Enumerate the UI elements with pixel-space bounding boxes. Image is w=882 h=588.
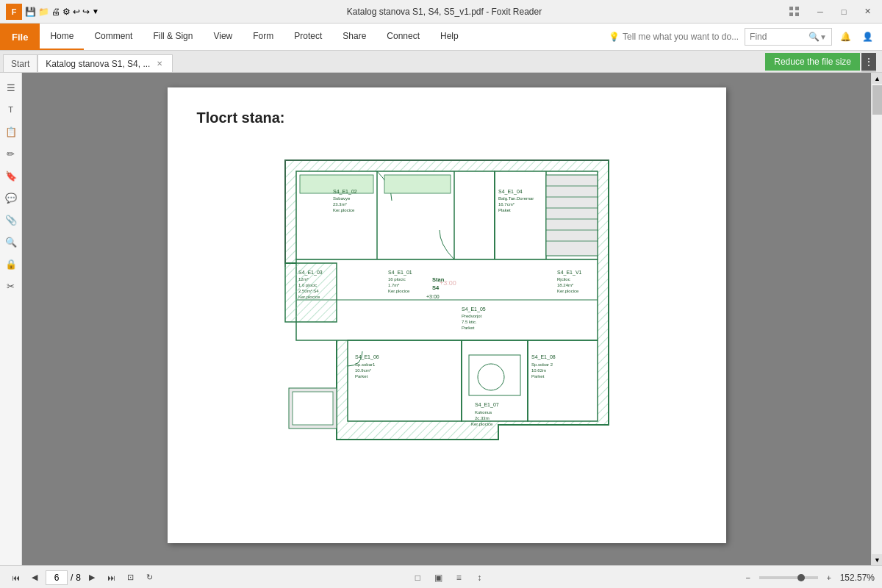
svg-text:1.7m²: 1.7m² [388, 283, 399, 287]
floor-plan-svg: S4_E1_02 Sobavye 23.3m² Ker.plocice S4_E… [241, 138, 653, 454]
more-options-button[interactable]: ⋮ [861, 53, 876, 71]
svg-text:Parket: Parket [355, 374, 368, 379]
tab-close-icon[interactable]: ✕ [154, 59, 165, 69]
tab-form[interactable]: Form [243, 24, 284, 50]
prev-page-button[interactable]: ◀ [26, 570, 43, 586]
view-controls: □ ▣ ≡ ↕ [409, 570, 487, 586]
user-icon[interactable]: 👤 [858, 28, 876, 46]
tab-comment[interactable]: Comment [84, 24, 143, 50]
sidebar-search-icon[interactable]: 🔍 [2, 233, 20, 251]
sidebar-edit-icon[interactable]: T [2, 101, 20, 118]
svg-text:Ker.plocice: Ker.plocice [557, 289, 579, 293]
tab-doc-label: Katalog stanova S1, S4, ... [46, 59, 150, 69]
svg-text:Balg.Tan.Doremar: Balg.Tan.Doremar [498, 196, 534, 201]
lightbulb-icon: 💡 [609, 32, 620, 42]
notification-icon[interactable]: 🔔 [836, 28, 854, 46]
titlebar-left-icons: F 💾 📁 🖨 ⚙ ↩ ↪ ▼ [6, 4, 99, 20]
svg-rect-27 [384, 175, 451, 193]
quick-access-toolbar[interactable]: 💾 📁 🖨 ⚙ ↩ ↪ ▼ [25, 7, 99, 17]
tab-start[interactable]: Start [3, 54, 37, 72]
tell-me-input[interactable] [623, 32, 740, 42]
sidebar-comment-icon[interactable]: 💬 [2, 189, 20, 207]
svg-rect-19 [546, 175, 598, 256]
undo-icon[interactable]: ↩ [73, 7, 80, 17]
find-options-icon[interactable]: ▼ [820, 33, 827, 41]
sidebar-lock-icon[interactable]: 🔒 [2, 255, 20, 273]
sidebar-nav-icon[interactable]: ☰ [2, 79, 20, 96]
pdf-content-area[interactable]: Tlocrt stana: [22, 73, 871, 565]
reduce-file-size-button[interactable]: Reduce the file size [765, 53, 860, 71]
zoom-in-button[interactable]: + [821, 570, 837, 586]
last-page-button[interactable]: ⏭ [103, 570, 119, 586]
open-icon[interactable]: 📁 [38, 7, 49, 17]
sidebar-sign-icon[interactable]: ✂ [2, 277, 20, 295]
svg-text:23.3m²: 23.3m² [333, 202, 347, 207]
tabbar: Start Katalog stanova S1, S4, ... ✕ ▼ Re… [0, 51, 882, 73]
redo-icon[interactable]: ↪ [82, 7, 90, 17]
rotate-button[interactable]: ↻ [141, 570, 157, 586]
cursor-icon[interactable]: ↕ [471, 570, 487, 586]
scroll-icon[interactable]: ≡ [451, 570, 467, 586]
window-controls[interactable]: ─ □ ✕ [789, 4, 876, 19]
scroll-up-button[interactable]: ▲ [872, 73, 882, 84]
svg-rect-17 [469, 355, 520, 395]
maximize-button[interactable]: □ [835, 4, 853, 19]
svg-text:Sobavye: Sobavye [333, 196, 351, 201]
sidebar-annotation-icon[interactable]: ✏ [2, 145, 20, 162]
scroll-track[interactable] [872, 84, 882, 554]
page-number-input[interactable] [46, 570, 68, 585]
next-page-button[interactable]: ▶ [84, 570, 100, 586]
svg-text:S4_E1_08: S4_E1_08 [531, 354, 556, 360]
fit-page-button[interactable]: ⊡ [122, 570, 138, 586]
svg-text:10.9cm²: 10.9cm² [355, 368, 371, 373]
zoom-out-button[interactable]: − [740, 570, 756, 586]
find-box[interactable]: 🔍 ▼ [745, 28, 832, 46]
sidebar-clipboard-icon[interactable]: 📋 [2, 123, 20, 140]
svg-text:Parket: Parket [462, 326, 475, 330]
tab-file[interactable]: File [0, 24, 40, 50]
svg-text:2c.33m: 2c.33m [475, 416, 490, 420]
tab-fill-sign[interactable]: Fill & Sign [143, 24, 203, 50]
svg-text:S4_E1_02: S4_E1_02 [333, 189, 357, 195]
sidebar-attachment-icon[interactable]: 📎 [2, 211, 20, 229]
svg-text:16.7cm²: 16.7cm² [498, 202, 514, 207]
two-page-icon[interactable]: ▣ [430, 570, 446, 586]
search-icon[interactable]: 🔍 [808, 32, 820, 42]
svg-text:S4_E1_05: S4_E1_05 [462, 306, 486, 312]
scroll-down-button[interactable]: ▼ [872, 554, 882, 565]
tab-share[interactable]: Share [332, 24, 376, 50]
sidebar-bookmark-icon[interactable]: 🔖 [2, 167, 20, 184]
props-icon[interactable]: ⚙ [62, 7, 71, 17]
vertical-scrollbar[interactable]: ▲ ▼ [871, 73, 882, 565]
tab-document[interactable]: Katalog stanova S1, S4, ... ✕ [37, 54, 173, 72]
tab-home[interactable]: Home [40, 24, 84, 50]
single-page-icon[interactable]: □ [409, 570, 426, 586]
floor-plan-diagram: S4_E1_02 Sobavye 23.3m² Ker.plocice S4_E… [241, 138, 653, 462]
minimize-button[interactable]: ─ [811, 4, 829, 19]
svg-text:16 plocic: 16 plocic [388, 277, 406, 282]
dropdown-icon[interactable]: ▼ [92, 7, 99, 15]
svg-text:S4: S4 [432, 284, 440, 291]
svg-rect-73 [293, 392, 333, 425]
tell-me-bar[interactable]: 💡 [609, 32, 740, 42]
first-page-button[interactable]: ⏮ [7, 570, 24, 586]
save-icon[interactable]: 💾 [25, 7, 36, 17]
close-button[interactable]: ✕ [858, 4, 876, 19]
tab-protect[interactable]: Protect [284, 24, 332, 50]
svg-text:Parket: Parket [531, 374, 545, 379]
zoom-thumb[interactable] [797, 574, 805, 581]
tab-help[interactable]: Help [430, 24, 469, 50]
svg-text:Kukonus: Kukonus [475, 410, 492, 415]
zoom-slider[interactable] [759, 576, 818, 579]
scroll-thumb[interactable] [872, 85, 882, 115]
total-pages: 8 [76, 573, 81, 583]
svg-text:Ker.plocice: Ker.plocice [388, 289, 410, 293]
svg-text:S4_E1_01: S4_E1_01 [388, 270, 412, 276]
print-icon[interactable]: 🖨 [51, 7, 60, 17]
svg-text:Predvorjot: Predvorjot [462, 314, 482, 318]
tab-view[interactable]: View [203, 24, 243, 50]
svg-text:S4_E1_07: S4_E1_07 [475, 402, 499, 408]
svg-text:S4_E1_V1: S4_E1_V1 [557, 270, 582, 276]
tab-connect[interactable]: Connect [376, 24, 430, 50]
find-input[interactable] [750, 32, 808, 42]
